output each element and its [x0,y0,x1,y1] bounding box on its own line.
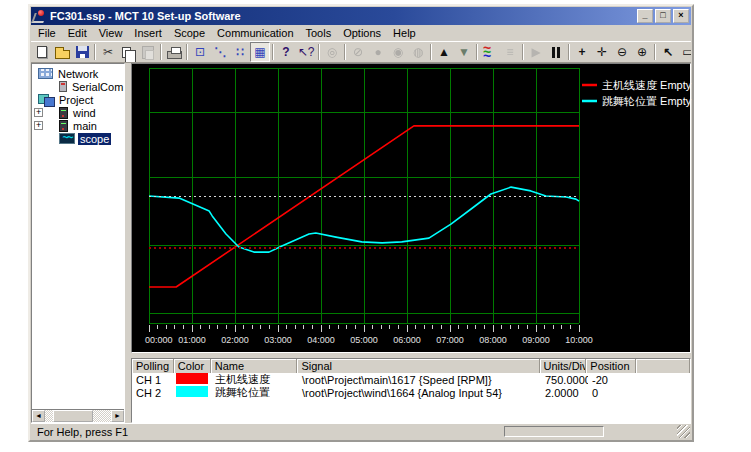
zoom-out-button[interactable]: ⊖ [612,42,632,62]
pointer-button[interactable]: ↖ [658,42,678,62]
menu-help[interactable]: Help [387,26,422,40]
expander-slot [34,121,45,130]
marquee-icon: ▭ [682,42,691,62]
open-button[interactable] [52,42,72,62]
menu-options[interactable]: Options [337,26,387,40]
new-button[interactable] [32,42,52,62]
col-header-signal[interactable]: Signal [297,359,539,373]
print-icon [167,51,182,59]
insert-device-icon: ⊡ [195,42,205,62]
record-icon: ● [374,42,381,62]
expander-slot [34,108,45,117]
tree-item-label: wind [71,107,98,119]
web-icon: ◎ [327,42,337,62]
scope-waves-button[interactable]: ~~~ [480,42,500,62]
move-up-button[interactable]: ▲ [434,42,454,62]
menu-file[interactable]: File [32,26,62,40]
scope-lines-button: ≡ [500,42,520,62]
scrollbar-thumb[interactable] [53,410,93,422]
legend-label: 跳舞轮位置 Empty [602,95,692,107]
tree-item-label: SerialCom [70,81,124,93]
cell-color [174,386,211,399]
zoom-in-button[interactable]: ⊕ [632,42,652,62]
cell-units-div: 2.0000 [541,387,588,399]
save-button[interactable] [72,42,92,62]
x-tick-label: 04:000 [307,335,335,345]
wave-stroke: ~ [483,52,491,60]
save-icon [76,46,89,58]
move-down-button[interactable]: ▼ [454,42,474,62]
copy-button[interactable] [118,42,138,62]
toolbar-separator [654,44,656,60]
scrollbar-track[interactable] [45,410,111,422]
menu-view[interactable]: View [93,26,129,40]
tree-item-main[interactable]: main [32,119,124,132]
network-icon [38,68,53,79]
track-cursor-button[interactable]: ✛ [592,42,612,62]
pause-button[interactable] [546,42,566,62]
tree-item-serialcom[interactable]: SerialCom [32,80,124,93]
toolbar-separator [318,44,320,60]
copy-icon [122,47,131,58]
close-button[interactable]: × [673,9,689,23]
maximize-button[interactable]: □ [655,9,671,23]
project-icon [38,94,54,106]
open-icon [55,50,70,59]
col-header-position[interactable]: Position [586,359,636,373]
scope-chart-svg[interactable]: 00:00001:00002:00003:00004:00005:00006:0… [132,64,692,350]
x-tick-label: 09:000 [522,335,550,345]
expand-plus-icon[interactable] [34,108,43,117]
menu-scope[interactable]: Scope [168,26,211,40]
marquee-button[interactable]: ▭ [678,42,691,62]
menu-edit[interactable]: Edit [62,26,93,40]
zoom-out-icon: ⊖ [617,42,627,62]
scroll-left-button[interactable]: ◄ [32,410,45,422]
tree-item-wind[interactable]: wind [32,106,124,119]
minimize-button[interactable]: _ [637,9,653,23]
param-list-button[interactable]: ∷ [230,42,250,62]
channel-table: PollingColorNameSignalUnits/DivPosition … [131,358,691,423]
context-help-button[interactable]: ↖? [296,42,316,62]
resize-grip[interactable] [677,425,690,438]
cell-polling: CH 1 [132,374,174,386]
cell-signal: \root\Project\wind\1664 {Analog Input 54… [298,387,541,399]
scope-waves-icon: ~~~ [482,44,498,60]
serialcom-icon [59,81,67,92]
menu-insert[interactable]: Insert [128,26,168,40]
device-params-icon: ⋱ [214,42,226,62]
cut-button[interactable]: ✂ [98,42,118,62]
col-header-name[interactable]: Name [211,359,298,373]
cell-signal: \root\Project\main\1617 {Speed [RPM]} [298,374,541,386]
col-header-polling[interactable]: Polling [132,359,174,373]
tree-item-project[interactable]: Project [32,93,124,106]
tree-item-scope[interactable]: scope [32,132,124,145]
x-tick-label: 03:000 [264,335,292,345]
cell-position: -20 [588,374,638,386]
device-params-button[interactable]: ⋱ [210,42,230,62]
col-header-color[interactable]: Color [174,359,211,373]
tree-item-label: Project [57,94,95,106]
scope-panel: 00:00001:00002:00003:00004:00005:00006:0… [131,63,691,423]
col-header-blank[interactable] [636,359,690,373]
grid-view-button[interactable]: ▦ [250,42,270,62]
x-tick-label: 02:000 [221,335,249,345]
channel-row-ch2[interactable]: CH 2跳舞轮位置\root\Project\wind\1664 {Analog… [132,386,690,399]
col-header-units-div[interactable]: Units/Div [540,359,587,373]
menu-tools[interactable]: Tools [300,26,338,40]
help-button[interactable]: ? [276,42,296,62]
drive-icon [59,107,68,119]
scope-chart[interactable]: 00:00001:00002:00003:00004:00005:00006:0… [131,63,691,353]
print-button[interactable] [164,42,184,62]
move-cursor-button[interactable]: + [572,42,592,62]
scroll-right-button[interactable]: ► [111,410,124,422]
expand-plus-icon[interactable] [34,121,43,130]
sync-button: ◍ [408,42,428,62]
tree-item-network[interactable]: Network [32,67,124,80]
tree-horizontal-scrollbar[interactable]: ◄ ► [32,409,124,422]
titlebar[interactable]: FC301.ssp - MCT 10 Set-up Software _ □ × [31,7,691,25]
insert-device-button[interactable]: ⊡ [190,42,210,62]
zoom-in-icon: ⊕ [637,42,647,62]
channel-table-header: PollingColorNameSignalUnits/DivPosition [132,359,690,373]
menu-communication[interactable]: Communication [211,26,299,40]
pointer-icon: ↖ [663,42,673,62]
